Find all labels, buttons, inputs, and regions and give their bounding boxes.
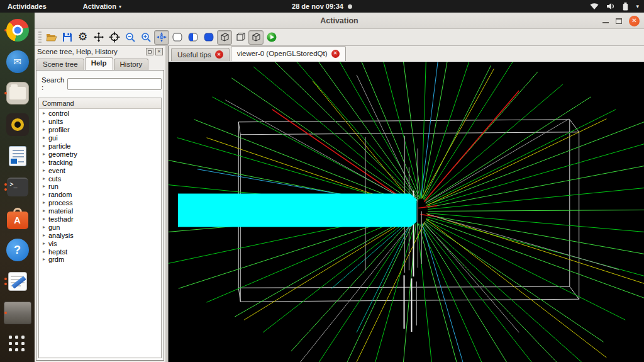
tree-item-testhadr[interactable]: ▸testhadr bbox=[39, 215, 161, 223]
tree-item-gui[interactable]: ▸gui bbox=[39, 134, 161, 142]
expand-arrow-icon[interactable]: ▸ bbox=[43, 119, 48, 124]
dock-item-window-thumbnail[interactable] bbox=[4, 299, 31, 326]
tree-item-gun[interactable]: ▸gun bbox=[39, 223, 161, 231]
tree-item-cuts[interactable]: ▸cuts bbox=[39, 174, 161, 183]
system-status-area[interactable]: ▾ bbox=[590, 3, 639, 11]
style-half-icon bbox=[187, 31, 199, 43]
target-button[interactable] bbox=[107, 30, 122, 45]
gear-button[interactable]: ⚙ bbox=[75, 30, 91, 45]
cube-wire-a-icon bbox=[219, 31, 230, 43]
cube-flat-button[interactable] bbox=[233, 30, 248, 45]
expand-arrow-icon[interactable]: ▸ bbox=[43, 208, 48, 213]
search-input[interactable] bbox=[67, 78, 162, 90]
tree-item-geometry[interactable]: ▸geometry bbox=[39, 150, 161, 158]
tree-item-grdm[interactable]: ▸grdm bbox=[39, 256, 161, 264]
save-button[interactable] bbox=[60, 30, 75, 45]
expand-arrow-icon[interactable]: ▸ bbox=[43, 168, 48, 173]
activities-button[interactable]: Actividades bbox=[8, 3, 47, 10]
dock-item-chrome[interactable] bbox=[4, 17, 31, 44]
cube-wire-a-button[interactable] bbox=[217, 30, 232, 45]
dock-item-rhythmbox[interactable] bbox=[4, 111, 31, 138]
clock[interactable]: 28 de nov 09:34 bbox=[292, 3, 343, 10]
dock: ✉>_A? bbox=[0, 13, 35, 362]
expand-arrow-icon[interactable]: ▸ bbox=[43, 127, 48, 132]
tree-item-profiler[interactable]: ▸profiler bbox=[39, 126, 161, 134]
tab-history[interactable]: History bbox=[114, 59, 149, 70]
style-outline-button[interactable] bbox=[170, 30, 185, 45]
tree-item-process[interactable]: ▸process bbox=[39, 199, 161, 207]
expand-arrow-icon[interactable]: ▸ bbox=[43, 200, 48, 205]
tab-help[interactable]: Help bbox=[85, 57, 113, 70]
expand-arrow-icon[interactable]: ▸ bbox=[43, 111, 48, 116]
dock-item-app-grid[interactable] bbox=[4, 331, 31, 358]
tree-item-event[interactable]: ▸event bbox=[39, 166, 161, 174]
dock-item-files[interactable] bbox=[4, 80, 31, 107]
dock-item-help[interactable]: ? bbox=[4, 237, 31, 264]
minimize-button[interactable] bbox=[602, 22, 609, 23]
style-solid-button[interactable] bbox=[201, 30, 216, 45]
tree-item-vis[interactable]: ▸vis bbox=[39, 239, 161, 247]
close-tab-icon[interactable]: ✕ bbox=[331, 50, 340, 58]
window-title: Activation bbox=[320, 16, 358, 25]
move-button[interactable] bbox=[91, 30, 106, 45]
viewer-tab-useful[interactable]: Useful tips✕ bbox=[171, 48, 230, 61]
close-button[interactable]: ✕ bbox=[629, 16, 640, 26]
expand-arrow-icon[interactable]: ▸ bbox=[43, 233, 48, 238]
dock-item-libreoffice-writer[interactable] bbox=[4, 142, 31, 169]
thunderbird-icon: ✉ bbox=[6, 50, 29, 73]
tree-item-analysis[interactable]: ▸analysis bbox=[39, 231, 161, 239]
expand-arrow-icon[interactable]: ▸ bbox=[43, 241, 48, 246]
expand-arrow-icon[interactable]: ▸ bbox=[43, 217, 48, 222]
tree-item-heptst[interactable]: ▸heptst bbox=[39, 247, 161, 256]
expand-arrow-icon[interactable]: ▸ bbox=[43, 144, 48, 149]
close-tab-icon[interactable]: ✕ bbox=[215, 50, 223, 59]
tree-item-material[interactable]: ▸material bbox=[39, 207, 161, 215]
tree-item-random[interactable]: ▸random bbox=[39, 191, 161, 199]
dock-item-terminal[interactable]: >_ bbox=[4, 174, 31, 201]
tree-item-control[interactable]: ▸control bbox=[39, 110, 161, 118]
open-button[interactable] bbox=[44, 30, 59, 45]
window-thumbnail-icon bbox=[4, 302, 31, 324]
libreoffice-writer-icon bbox=[9, 147, 26, 166]
play-button[interactable] bbox=[264, 30, 279, 45]
tree-item-tracking[interactable]: ▸tracking bbox=[39, 158, 161, 166]
tab-scene-tree[interactable]: Scene tree bbox=[36, 59, 84, 70]
float-panel-button[interactable] bbox=[146, 48, 153, 55]
close-panel-button[interactable]: ✕ bbox=[155, 48, 163, 55]
expand-arrow-icon[interactable]: ▸ bbox=[43, 184, 48, 189]
tree-item-particle[interactable]: ▸particle bbox=[39, 142, 161, 150]
title-bar[interactable]: Activation ✕ bbox=[35, 13, 644, 29]
search-label: Search : bbox=[42, 76, 64, 91]
files-icon bbox=[6, 82, 29, 105]
dock-item-ubuntu-software[interactable]: A bbox=[4, 205, 31, 232]
opengl-canvas[interactable] bbox=[169, 62, 644, 362]
expand-arrow-icon[interactable]: ▸ bbox=[43, 225, 48, 230]
app-menu-button[interactable]: Activation ▾ bbox=[83, 3, 121, 10]
tree-item-units[interactable]: ▸units bbox=[39, 118, 161, 126]
command-tree-list: ▸control▸units▸profiler▸gui▸particle▸geo… bbox=[39, 109, 161, 358]
play-icon bbox=[266, 31, 277, 43]
zoom-out-button[interactable] bbox=[123, 30, 138, 45]
rotate-button[interactable] bbox=[154, 30, 169, 45]
expand-arrow-icon[interactable]: ▸ bbox=[43, 135, 48, 140]
cube-wire-b-button[interactable] bbox=[248, 30, 264, 45]
toolbar-drag-handle[interactable] bbox=[38, 31, 42, 43]
wifi-icon bbox=[590, 3, 599, 10]
style-half-button[interactable] bbox=[186, 30, 201, 45]
zoom-in-button[interactable] bbox=[138, 30, 153, 45]
command-tree-header[interactable]: Command bbox=[39, 98, 161, 109]
viewer-tab-viewer-0[interactable]: viewer-0 (OpenGLStoredQt)✕ bbox=[231, 46, 346, 61]
dock-item-text-editor[interactable] bbox=[4, 268, 31, 295]
expand-arrow-icon[interactable]: ▸ bbox=[43, 176, 48, 181]
expand-arrow-icon[interactable]: ▸ bbox=[43, 192, 48, 197]
expand-arrow-icon[interactable]: ▸ bbox=[43, 249, 48, 254]
running-indicator bbox=[4, 312, 7, 314]
app-window: Activation ✕ ⚙ Scene tree, Help, History… bbox=[35, 13, 644, 362]
expand-arrow-icon[interactable]: ▸ bbox=[43, 160, 48, 165]
expand-arrow-icon[interactable]: ▸ bbox=[43, 152, 48, 157]
ubuntu-software-icon: A bbox=[7, 208, 28, 229]
maximize-button[interactable] bbox=[616, 18, 622, 24]
expand-arrow-icon[interactable]: ▸ bbox=[43, 257, 48, 262]
tree-item-run[interactable]: ▸run bbox=[39, 183, 161, 191]
dock-item-thunderbird[interactable]: ✉ bbox=[4, 48, 31, 76]
